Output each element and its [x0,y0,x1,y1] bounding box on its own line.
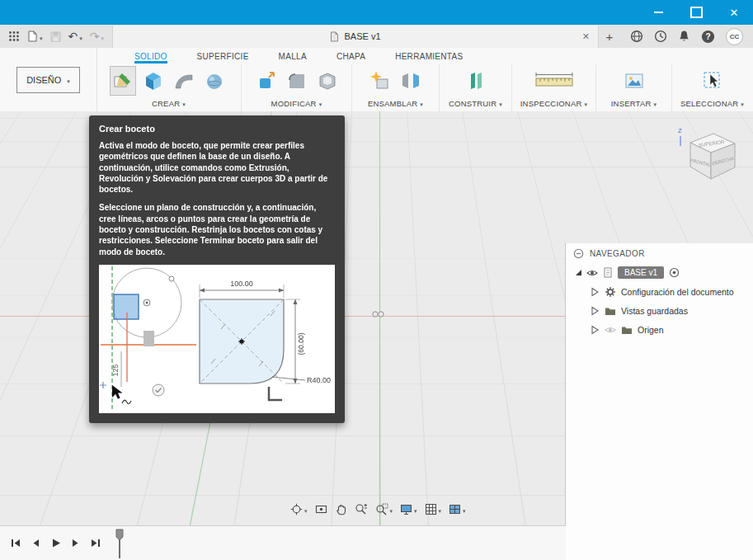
sphere-button[interactable] [201,66,228,96]
caret-collapsed-icon[interactable] [591,306,600,316]
close-button[interactable]: ✕ [715,0,753,25]
new-component-button[interactable] [367,66,393,96]
group-insertar-dropdown[interactable]: INSERTAR [611,99,657,108]
group-label: INSPECCIONAR [520,99,582,108]
ribbon: DISEÑO SOLIDO SUPERFICIE MALLA CHAPA HER… [0,48,753,112]
redo-button[interactable]: ↷ [90,29,104,44]
extrude-button[interactable] [140,66,167,96]
timeline-go-to-start-button[interactable] [10,538,21,548]
group-modificar-dropdown[interactable]: MODIFICAR [271,99,322,108]
display-settings-button[interactable] [400,501,417,516]
insert-image-icon [624,70,645,92]
maximize-button[interactable] [677,0,715,25]
create-sketch-tooltip: Crear boceto Activa el modo de boceto, q… [89,115,345,423]
group-label: MODIFICAR [271,99,317,108]
viewports-icon [449,503,461,515]
tab-herramientas[interactable]: HERRAMIENTAS [395,52,463,64]
app-grid-button[interactable] [8,31,20,42]
browser-root-row[interactable]: BASE v1 [566,263,753,282]
group-construir: CONSTRUIR [440,64,512,111]
user-avatar[interactable]: CC [726,28,743,45]
look-at-button[interactable] [315,503,327,515]
view-cube[interactable]: Z SUPERIOR FRONTAL DERECHA [672,121,741,191]
dropdown-caret-icon [414,501,417,516]
notifications-button[interactable] [678,30,690,43]
caret-collapsed-icon[interactable] [591,287,600,297]
joint-button[interactable] [398,66,424,96]
workspace-dropdown-button[interactable]: DISEÑO [16,67,80,93]
tab-close-button[interactable]: ✕ [582,31,590,42]
dim-left-label: 125 [111,364,120,376]
construction-plane-button[interactable] [463,66,489,96]
ribbon-tabs: SOLIDO SUPERFICIE MALLA CHAPA HERRAMIENT… [96,48,753,64]
group-seleccionar-dropdown[interactable]: SELECCIONAR [680,99,744,108]
grid-snap-button[interactable] [425,501,442,516]
web-home-button[interactable] [630,30,643,43]
fusion-window: ✕ ↶ ↷ BASE v1 ✕ [0,0,753,560]
timeline-go-to-end-button[interactable] [90,538,101,548]
timeline-step-forward-button[interactable] [70,538,81,548]
tab-solido[interactable]: SOLIDO [134,52,167,64]
visibility-off-eye-icon[interactable] [605,325,616,335]
timeline-position-marker[interactable] [114,529,125,559]
viewport-nav-toolbar [290,499,466,519]
minimize-button[interactable] [639,0,677,25]
browser-row-origin[interactable]: Origen [566,320,753,339]
zoom-window-button[interactable] [375,501,393,516]
create-sketch-button[interactable] [110,66,136,96]
collapse-panel-icon[interactable] [573,248,584,259]
file-menu-button[interactable] [27,29,43,44]
construction-plane-icon [465,70,487,92]
navigator-title: NAVEGADOR [590,249,645,258]
group-construir-dropdown[interactable]: CONSTRUIR [449,99,502,108]
dropdown-caret-icon [79,29,82,44]
folder-icon [605,306,616,316]
fillet-button[interactable] [284,66,310,96]
select-button[interactable] [699,66,726,96]
tab-malla[interactable]: MALLA [279,52,307,64]
browser-row-saved-views[interactable]: Vistas guardadas [566,301,753,320]
tab-superficie[interactable]: SUPERFICIE [197,52,249,64]
dim-radius-label: R40.00 [307,376,331,384]
document-icon [330,31,339,42]
recent-files-button[interactable] [654,30,667,43]
caret-expanded-icon[interactable] [576,270,581,275]
model-viewport[interactable]: Z SUPERIOR FRONTAL DERECHA Crear boceto … [0,111,753,560]
timeline-play-button[interactable] [50,538,61,548]
pan-button[interactable] [335,503,347,515]
root-component-name[interactable]: BASE v1 [618,266,664,279]
save-button[interactable] [50,31,61,42]
activate-component-icon[interactable] [669,267,680,278]
workspace-switcher: DISEÑO [0,48,97,111]
insert-image-button[interactable] [621,66,647,96]
shell-button[interactable] [314,66,341,96]
new-component-icon [369,70,391,92]
measure-button[interactable] [533,66,576,96]
save-icon [50,31,61,42]
orbit-button[interactable] [290,501,308,516]
group-inspeccionar-dropdown[interactable]: INSPECCIONAR [520,99,587,108]
globe-icon [630,30,643,43]
dropdown-caret-icon [319,99,322,108]
undo-button[interactable]: ↶ [68,29,82,44]
viewports-button[interactable] [449,501,466,516]
clock-icon [654,30,667,43]
caret-collapsed-icon[interactable] [591,325,600,335]
group-ensamblar-dropdown[interactable]: ENSAMBLAR [368,99,423,108]
document-tab[interactable]: BASE v1 ✕ [112,26,599,48]
zoom-button[interactable] [355,503,368,515]
tab-chapa[interactable]: CHAPA [336,52,365,64]
browser-row-document-settings[interactable]: Configuración del documento [566,282,753,301]
sweep-icon [173,70,195,92]
group-crear-dropdown[interactable]: CREAR [152,99,186,108]
new-tab-button[interactable]: + [599,26,620,48]
visibility-eye-icon[interactable] [586,268,598,278]
timeline-step-back-button[interactable] [31,538,41,548]
play-icon [50,538,61,548]
sweep-button[interactable] [171,66,197,96]
help-button[interactable]: ? [701,30,715,44]
step-forward-icon [70,538,81,548]
dim-width-label: 100.00 [230,280,253,288]
dropdown-caret-icon [390,501,393,516]
press-pull-button[interactable] [253,66,280,96]
